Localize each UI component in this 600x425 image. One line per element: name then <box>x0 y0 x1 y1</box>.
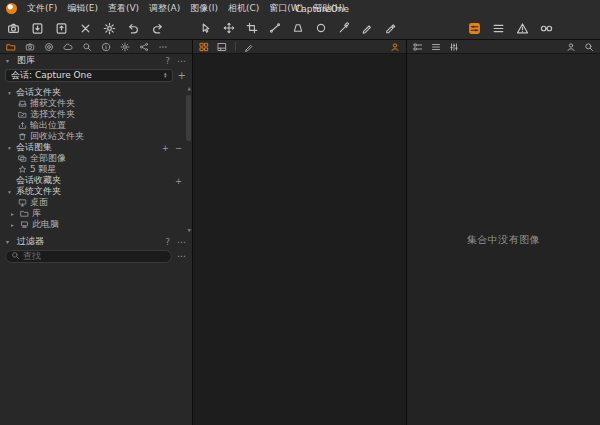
help-button[interactable]: ? <box>165 237 170 247</box>
camera-icon[interactable] <box>7 22 20 35</box>
viewer-panel: 集合中没有图像 <box>407 40 600 425</box>
focus-mask-icon[interactable] <box>540 22 553 35</box>
menu-item[interactable]: 调整(A) <box>144 2 185 14</box>
separator <box>235 42 236 51</box>
toolbar-cursor-tools-group <box>200 22 396 34</box>
tree-section[interactable]: ▾会话文件夹 <box>0 87 192 98</box>
tool-tabs-bar <box>0 40 192 54</box>
straighten-tool-icon[interactable] <box>269 22 281 34</box>
chevron-right-icon[interactable]: ▸ <box>9 222 16 228</box>
sort-icon[interactable] <box>449 42 459 52</box>
menu-item[interactable]: 图像(I) <box>185 2 223 14</box>
search-box[interactable] <box>5 250 172 263</box>
tree-item[interactable]: 输出位置 <box>0 120 192 131</box>
crop-tool-icon[interactable] <box>246 22 258 34</box>
chevron-down-icon[interactable]: ▾ <box>6 57 13 64</box>
search-options-button[interactable]: ⋯ <box>177 251 186 261</box>
library-title: 图库 <box>17 54 35 67</box>
grid-view-icon[interactable] <box>199 42 209 52</box>
spot-tool-icon[interactable] <box>315 22 327 34</box>
browser-body[interactable] <box>193 54 406 425</box>
more-options-button[interactable]: ⋯ <box>177 237 186 247</box>
new-session-button[interactable]: + <box>178 70 186 81</box>
menu-item[interactable]: 编辑(E) <box>62 2 103 14</box>
tab-info[interactable] <box>101 42 111 52</box>
brush-tool-icon[interactable] <box>361 22 373 34</box>
pen-tool-icon[interactable] <box>384 22 396 34</box>
eyedropper-tool-icon[interactable] <box>338 22 350 34</box>
list-view-icon[interactable] <box>431 42 441 52</box>
tree-section[interactable]: ▾系统文件夹 <box>0 186 192 197</box>
remove-button[interactable]: − <box>175 143 182 153</box>
select-tool-icon[interactable] <box>200 22 212 34</box>
tree-item[interactable]: 桌面 <box>0 197 192 208</box>
loupe-icon[interactable] <box>584 42 594 52</box>
tab-cloud[interactable] <box>63 42 73 52</box>
capture-one-window: 文件(F)编辑(E)查看(V)调整(A)图像(I)相机(C)窗口(W)帮助(H)… <box>0 0 600 425</box>
session-selector[interactable]: 会话: Capture One ▴▾ <box>5 69 173 82</box>
undo-icon[interactable] <box>127 22 140 35</box>
search-row: ⋯ <box>0 248 192 266</box>
scroll-down-button[interactable]: ▼ <box>188 228 191 234</box>
library-header[interactable]: ▾ 图库 ? ⋯ <box>0 54 192 67</box>
import-icon[interactable] <box>31 22 44 35</box>
thumb-view-icon[interactable] <box>217 42 227 52</box>
capture-one-logo-icon <box>6 3 17 14</box>
menu-item[interactable]: 相机(C) <box>223 2 264 14</box>
add-button[interactable]: + <box>162 143 169 153</box>
user-icon[interactable] <box>390 42 400 52</box>
tab-details[interactable] <box>82 42 92 52</box>
tree-section[interactable]: ▾会话图集+− <box>0 142 192 153</box>
search-input[interactable] <box>23 251 166 261</box>
tab-settings[interactable] <box>120 42 130 52</box>
tab-lens[interactable] <box>44 42 54 52</box>
scroll-up-button[interactable]: ▲ <box>188 86 191 92</box>
tree-item[interactable]: ▸此电脑 <box>0 219 192 230</box>
menu-bar: 文件(F)编辑(E)查看(V)调整(A)图像(I)相机(C)窗口(W)帮助(H)… <box>0 0 600 17</box>
chevron-down-icon[interactable]: ▾ <box>6 189 13 195</box>
tab-library[interactable] <box>6 42 16 52</box>
settings-icon[interactable] <box>103 22 116 35</box>
copy-adjustments-icon[interactable] <box>468 22 481 35</box>
adjustments-list-icon[interactable] <box>492 22 505 35</box>
browser-right-icons <box>390 42 400 52</box>
viewer-view-icons <box>413 42 459 52</box>
viewer-body[interactable]: 集合中没有图像 <box>407 54 600 425</box>
tab-capture[interactable] <box>25 42 35 52</box>
more-options-button[interactable]: ⋯ <box>177 56 186 66</box>
multi-view-icon[interactable] <box>413 42 423 52</box>
chevron-right-icon[interactable]: ▸ <box>9 211 16 217</box>
filters-header[interactable]: ▾ 过滤器 ? ⋯ <box>0 235 192 248</box>
export-icon[interactable] <box>55 22 68 35</box>
help-button[interactable]: ? <box>165 56 170 66</box>
folder-icon <box>19 209 29 219</box>
browser-panel <box>193 40 407 425</box>
selects-check-icon <box>17 110 27 120</box>
menu-item[interactable]: 查看(V) <box>103 2 144 14</box>
tree-item[interactable]: 全部图像 <box>0 153 192 164</box>
keystone-tool-icon[interactable] <box>292 22 304 34</box>
tree-scrollbar[interactable] <box>186 95 191 141</box>
tab-output[interactable] <box>139 42 149 52</box>
viewer-right-icons <box>566 42 594 52</box>
images-stack-icon <box>17 154 27 164</box>
delete-icon[interactable] <box>79 22 92 35</box>
user-icon[interactable] <box>566 42 576 52</box>
exposure-warning-icon[interactable] <box>516 22 529 35</box>
desktop-icon <box>17 198 27 208</box>
tree-item[interactable]: ▸库 <box>0 208 192 219</box>
chevron-down-icon[interactable]: ▾ <box>6 238 13 245</box>
menu-item[interactable]: 文件(F) <box>22 2 62 14</box>
add-button[interactable]: + <box>175 176 182 186</box>
rating-brush-icon[interactable] <box>244 42 254 52</box>
tab-more[interactable] <box>158 42 168 52</box>
pan-tool-icon[interactable] <box>223 22 235 34</box>
capture-tray-icon <box>17 99 27 109</box>
chevron-down-icon[interactable]: ▾ <box>6 90 13 96</box>
tree-item-label: 此电脑 <box>32 218 59 231</box>
tree-item[interactable]: 捕获文件夹 <box>0 98 192 109</box>
redo-icon[interactable] <box>151 22 164 35</box>
browser-header <box>193 40 406 54</box>
tree-item[interactable]: 选择文件夹 <box>0 109 192 120</box>
chevron-down-icon[interactable]: ▾ <box>6 145 13 151</box>
